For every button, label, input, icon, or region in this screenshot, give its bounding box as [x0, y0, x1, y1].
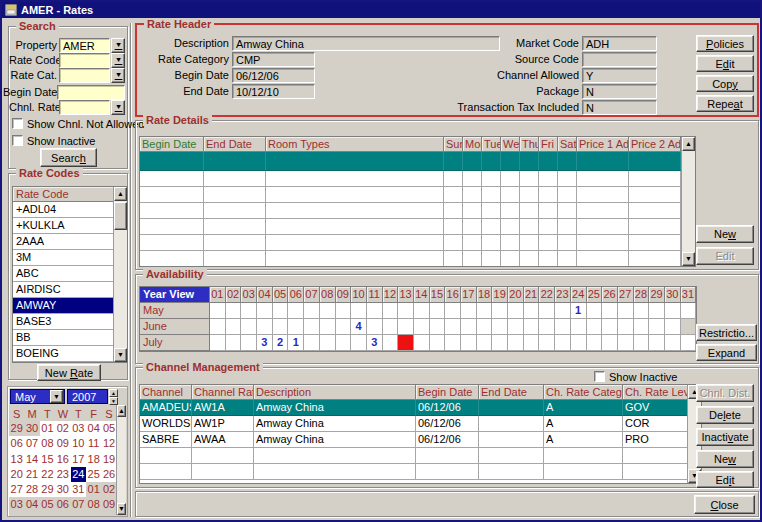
cell[interactable]: [520, 187, 539, 203]
cell[interactable]: [204, 152, 266, 171]
rate-code-input[interactable]: [59, 53, 110, 68]
availability-cell[interactable]: [288, 319, 304, 335]
cell[interactable]: [558, 251, 577, 267]
cell[interactable]: [204, 235, 266, 251]
availability-cell[interactable]: [414, 335, 430, 351]
calendar-day[interactable]: 30: [55, 482, 70, 497]
availability-cell[interactable]: [351, 335, 367, 351]
cell[interactable]: [558, 219, 577, 235]
rate-details-row[interactable]: [140, 235, 695, 251]
calendar-day[interactable]: 09: [101, 497, 116, 512]
availability-cell[interactable]: 1: [288, 335, 304, 351]
rate-code-item[interactable]: 2AAA: [13, 234, 114, 250]
calendar-day[interactable]: 01: [86, 482, 101, 497]
scroll-up-icon[interactable]: ▲: [117, 405, 126, 417]
availability-cell[interactable]: [430, 319, 446, 335]
new-rate-detail-button[interactable]: New: [696, 225, 754, 243]
cell[interactable]: [577, 219, 629, 235]
cell[interactable]: [482, 251, 501, 267]
channel-row[interactable]: SABREAWAAAmway China06/12/06APRO: [140, 432, 701, 448]
availability-cell[interactable]: [681, 319, 697, 335]
calendar-day[interactable]: 30: [24, 421, 39, 436]
cell[interactable]: [501, 235, 520, 251]
cell[interactable]: [463, 171, 482, 187]
availability-cell[interactable]: [210, 335, 226, 351]
cell[interactable]: [501, 251, 520, 267]
availability-month-label[interactable]: May: [140, 303, 210, 319]
availability-cell[interactable]: [336, 303, 352, 319]
availability-cell[interactable]: [383, 319, 399, 335]
cell[interactable]: [539, 235, 558, 251]
rate-details-row[interactable]: [140, 187, 695, 203]
availability-cell[interactable]: [430, 303, 446, 319]
cell[interactable]: [482, 203, 501, 219]
calendar-day[interactable]: 05: [101, 421, 116, 436]
availability-cell[interactable]: [445, 335, 461, 351]
cell[interactable]: [577, 152, 629, 171]
calendar-day[interactable]: 29: [40, 482, 55, 497]
availability-cell[interactable]: [524, 303, 540, 319]
rate-details-row[interactable]: [140, 203, 695, 219]
cell[interactable]: [482, 219, 501, 235]
availability-cell[interactable]: [304, 335, 320, 351]
cell[interactable]: [629, 251, 681, 267]
rate-details-row[interactable]: [140, 171, 695, 187]
calendar-day[interactable]: 01: [40, 421, 55, 436]
availability-cell[interactable]: [383, 335, 399, 351]
rate-codes-scrollbar[interactable]: ▲ ▼: [113, 187, 127, 362]
cell[interactable]: [501, 203, 520, 219]
cell[interactable]: [266, 187, 444, 203]
calendar-day[interactable]: 24: [71, 467, 86, 482]
cell[interactable]: [204, 171, 266, 187]
rate-details-selected-row[interactable]: [140, 152, 695, 171]
cell[interactable]: [444, 171, 463, 187]
availability-cell[interactable]: [477, 335, 493, 351]
availability-cell[interactable]: [539, 335, 555, 351]
calendar-day[interactable]: 12: [101, 436, 116, 451]
cell[interactable]: [558, 152, 577, 171]
cell[interactable]: [463, 219, 482, 235]
cell[interactable]: [463, 203, 482, 219]
cell[interactable]: [629, 171, 681, 187]
cell[interactable]: [140, 203, 204, 219]
availability-cell[interactable]: [398, 335, 414, 351]
availability-cell[interactable]: 3: [257, 335, 273, 351]
calendar-day[interactable]: 06: [55, 497, 70, 512]
chnl-rate-input[interactable]: [59, 100, 110, 115]
availability-cell[interactable]: [602, 319, 618, 335]
calendar-day[interactable]: 04: [86, 421, 101, 436]
year-spin-down-icon[interactable]: ▼: [109, 397, 118, 405]
availability-cell[interactable]: [681, 303, 697, 319]
cell[interactable]: [501, 187, 520, 203]
availability-cell[interactable]: [398, 319, 414, 335]
market-code-field[interactable]: ADH: [582, 36, 657, 51]
cell[interactable]: [629, 203, 681, 219]
availability-cell[interactable]: [681, 335, 697, 351]
availability-cell[interactable]: 1: [571, 303, 587, 319]
cell[interactable]: [266, 203, 444, 219]
cell[interactable]: [266, 235, 444, 251]
availability-cell[interactable]: [649, 303, 665, 319]
availability-cell[interactable]: [555, 335, 571, 351]
availability-cell[interactable]: [461, 303, 477, 319]
availability-cell[interactable]: [665, 303, 681, 319]
cell[interactable]: [266, 152, 444, 171]
cell[interactable]: [520, 219, 539, 235]
availability-cell[interactable]: [634, 335, 650, 351]
rate-code-item[interactable]: BASE3: [13, 314, 114, 330]
scroll-down-icon[interactable]: ▼: [682, 252, 695, 266]
calendar-day[interactable]: 03: [9, 497, 24, 512]
cell[interactable]: [140, 152, 204, 171]
calendar-day[interactable]: 21: [24, 467, 39, 482]
availability-month-label[interactable]: July: [140, 335, 210, 351]
availability-cell[interactable]: [508, 335, 524, 351]
cell[interactable]: [463, 152, 482, 171]
calendar-day[interactable]: 26: [101, 467, 116, 482]
calendar-day[interactable]: 18: [86, 452, 101, 467]
cell[interactable]: [444, 152, 463, 171]
edit-channel-button[interactable]: Edit: [696, 471, 754, 488]
cell[interactable]: [140, 235, 204, 251]
cell[interactable]: [577, 171, 629, 187]
availability-cell[interactable]: [226, 319, 242, 335]
cell[interactable]: [558, 187, 577, 203]
